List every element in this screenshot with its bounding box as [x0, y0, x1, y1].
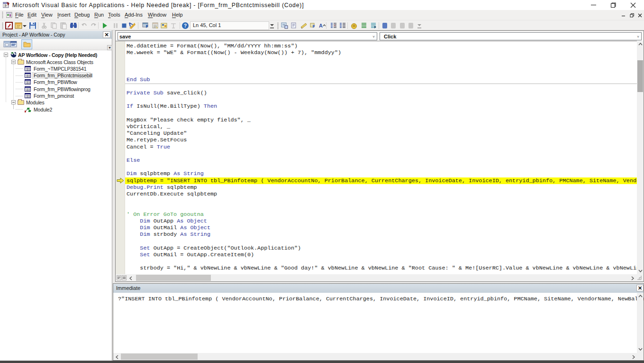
- svg-text:?: ?: [184, 23, 187, 28]
- svg-text:A: A: [319, 23, 323, 28]
